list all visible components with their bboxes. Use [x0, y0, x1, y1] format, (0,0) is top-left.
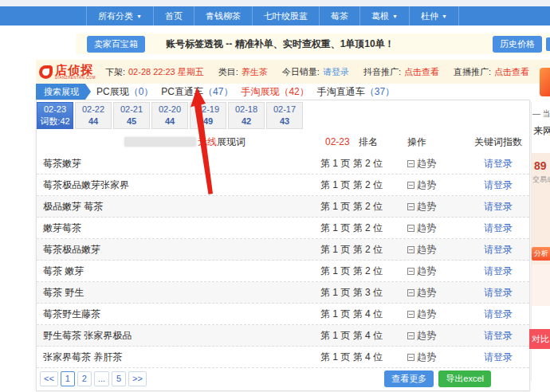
trend-action[interactable]: 趋势 [395, 178, 467, 192]
product-header: 店侦探 DIANZHENTAN.COM 下架: 02-28 22:23 星期五 … [36, 60, 550, 84]
login-link[interactable]: 请登录 [484, 265, 513, 276]
word-count: 42 [242, 116, 251, 127]
view-more-button[interactable]: 查看更多 [384, 370, 434, 387]
rank-cell: 第 1 页 第 4 位 [308, 351, 395, 364]
floating-promo-button[interactable] [540, 68, 550, 96]
trend-action[interactable]: 趋势 [395, 308, 467, 321]
trend-action[interactable]: 趋势 [395, 243, 467, 257]
trend-chart-icon [407, 311, 414, 318]
tab-search-exposure[interactable]: 搜索展现 [36, 84, 85, 100]
offshelf-label: 下架: [105, 66, 125, 78]
date-tab-02-21[interactable]: 02-21 45 [113, 102, 150, 129]
export-excel-button[interactable]: 导出excel [438, 370, 491, 387]
page-1-button[interactable]: 1 [61, 371, 75, 386]
nav-item-home[interactable]: 首页 [153, 6, 194, 25]
notice-text: 账号标签透视 -- 精准补单、实时查权重、1单顶10单！ [166, 37, 395, 51]
tab-pc-exposure[interactable]: PC展现（0） [96, 85, 153, 99]
keyword-cell: 莓茶极品嫩芽张家界 [37, 178, 308, 192]
date-tab-02-19[interactable]: 02-19 49 [190, 102, 226, 129]
date-tab-02-20[interactable]: 02-20 44 [151, 102, 188, 129]
rank-cell: 第 1 页 第 4 位 [308, 308, 395, 321]
page-5-button[interactable]: 5 [112, 371, 126, 386]
trend-chart-icon [407, 203, 414, 210]
right-panel-text: — 当 [532, 108, 550, 120]
history-price-button[interactable]: 历史价格 [493, 36, 542, 53]
date-tab-02-22[interactable]: 02-22 44 [75, 102, 112, 129]
tab-name: PC展现 [96, 86, 129, 97]
trend-chart-icon [407, 268, 414, 275]
trend-chart-icon [407, 182, 414, 189]
trend-action[interactable]: 趋势 [395, 329, 467, 343]
login-link[interactable]: 请登录 [484, 179, 513, 190]
login-link[interactable]: 请登录 [484, 222, 513, 233]
analysis-badge[interactable]: 分析 [532, 247, 550, 261]
live-promo-label: 直播推广: [454, 66, 491, 78]
login-link[interactable]: 请登录 [484, 351, 513, 363]
login-link[interactable]: 请登录 [484, 158, 513, 169]
date-tab-02-17[interactable]: 02-17 43 [266, 102, 303, 129]
nav-item-meicha[interactable]: 莓茶 [319, 6, 359, 25]
trend-label: 趋势 [417, 265, 436, 278]
trend-label: 趋势 [417, 308, 436, 321]
page-2-button[interactable]: 2 [77, 371, 92, 386]
next-page-button[interactable]: >> [128, 371, 147, 386]
dianzhentan-logo[interactable]: 店侦探 DIANZHENTAN.COM [39, 64, 96, 80]
rank-cell: 第 1 页 第 2 位 [308, 221, 395, 235]
cutoff-button[interactable] [546, 37, 550, 51]
nav-label: 青钱柳茶 [206, 10, 241, 22]
nav-label: 葛根 [371, 10, 389, 22]
table-row: 嫩芽莓茶 第 1 页 第 2 位 趋势 请登录 [37, 218, 529, 239]
right-panel-block: 89 交易成 分析 [532, 153, 550, 265]
login-link[interactable]: 请登录 [484, 330, 513, 341]
live-promo-link[interactable]: 点击查看 [494, 66, 529, 78]
compare-button[interactable]: 对比 [529, 329, 550, 349]
category-value[interactable]: 养生茶 [242, 66, 268, 78]
date-label: 02-17 [273, 104, 296, 116]
trend-chart-icon [407, 160, 414, 167]
nav-item-qingqianliu-tea[interactable]: 青钱柳茶 [194, 6, 252, 25]
keyword-cell: 莓茶 野生 [37, 286, 308, 300]
nav-item-all-categories[interactable]: 所有分类 ▼ [86, 6, 153, 25]
nav-label: 首页 [165, 10, 183, 22]
tab-pc-ztc[interactable]: PC直通车（47） [161, 85, 233, 99]
seller-toolbox-button[interactable]: 卖家百宝箱 [87, 36, 145, 53]
tab-mobile-ztc[interactable]: 手淘直通车（37） [317, 85, 395, 99]
trend-action[interactable]: 趋势 [395, 157, 467, 171]
trend-label: 趋势 [417, 351, 436, 364]
nav-item-duzhong[interactable]: 杜仲 ▼ [409, 6, 459, 25]
date-label: 02-22 [82, 104, 104, 116]
table-row: 莓茶野生藤茶 第 1 页 第 4 位 趋势 请登录 [37, 304, 529, 325]
date-tab-02-18[interactable]: 02-18 42 [228, 102, 265, 129]
tab-mobile-exposure[interactable]: 手淘展现（42） [241, 85, 308, 99]
login-link[interactable]: 请登录 [484, 201, 513, 212]
login-link[interactable]: 请登录 [484, 244, 513, 255]
chevron-down-icon: ▼ [442, 14, 447, 19]
douyin-promo-link[interactable]: 点击查看 [404, 66, 439, 78]
date-tab-02-23[interactable]: 02-23 词数:42 [37, 102, 73, 129]
prev-page-button[interactable]: << [40, 371, 58, 386]
trend-action[interactable]: 趋势 [395, 286, 467, 300]
rank-cell: 第 1 页 第 2 位 [308, 243, 395, 257]
censored-product-title [124, 137, 196, 147]
rank-cell: 第 1 页 第 4 位 [308, 329, 395, 343]
keyword-cell: 莓茶嫩芽 [37, 157, 308, 171]
nav-item-gynostemma[interactable]: 七叶绞股蓝 [252, 6, 319, 25]
right-panel-text: 来网 [533, 124, 550, 138]
table-title-red: 无线 [198, 135, 217, 149]
login-link[interactable]: 请登录 [484, 287, 513, 298]
trend-action[interactable]: 趋势 [395, 200, 467, 214]
nav-label: 莓茶 [331, 10, 348, 22]
category-label: 类目: [218, 66, 238, 78]
word-count: 44 [165, 116, 175, 127]
keyword-cell: 莓茶极品嫩芽 [37, 243, 308, 257]
page-ellipsis: ... [94, 371, 109, 386]
trend-action[interactable]: 趋势 [395, 351, 467, 364]
login-link[interactable]: 请登录 [484, 308, 513, 319]
trend-action[interactable]: 趋势 [395, 221, 467, 235]
trend-action[interactable]: 趋势 [395, 265, 467, 278]
exposure-tabs: 搜索展现 PC展现（0） PC直通车（47） 手淘展现（42） 手淘直通车（37… [36, 84, 395, 100]
word-count: 词数:42 [40, 116, 69, 127]
today-sales-login-link[interactable]: 请登录 [323, 66, 349, 78]
nav-item-gegen[interactable]: 葛根 ▼ [359, 6, 409, 25]
keyword-cell: 莓茶野生藤茶 [37, 308, 308, 321]
